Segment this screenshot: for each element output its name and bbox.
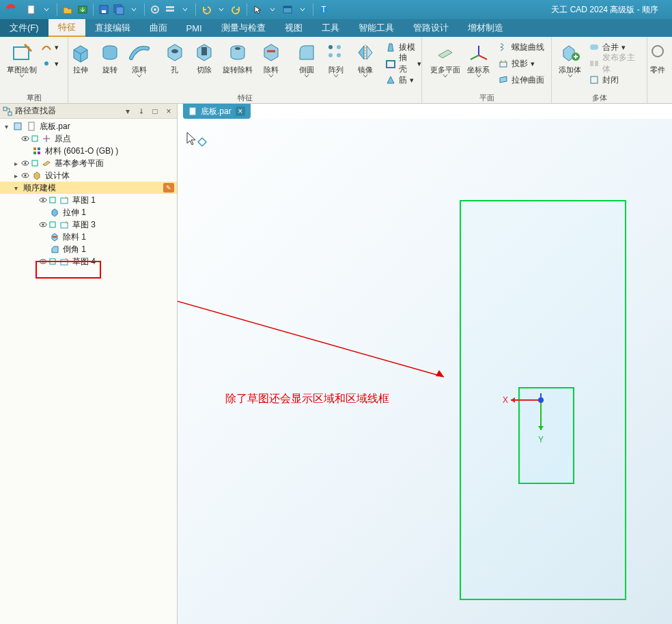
dropdown-icon[interactable]: [40, 3, 53, 16]
eye-icon[interactable]: [20, 134, 30, 143]
tree-item-sketch4[interactable]: 草图 4: [0, 255, 177, 268]
tree-item-remove1[interactable]: 除料 1: [0, 231, 177, 243]
moreplane-button[interactable]: 更多平面: [427, 38, 464, 78]
eye-icon[interactable]: [38, 195, 48, 205]
collapse-icon[interactable]: ▾: [11, 183, 20, 193]
svg-point-54: [25, 175, 27, 177]
expand-icon[interactable]: ▸: [11, 158, 20, 168]
tree-item-sketch3[interactable]: 草图 3: [0, 218, 177, 231]
tree-material[interactable]: 材料 (6061-O (GB) ): [0, 145, 177, 157]
edit-icon[interactable]: [30, 158, 40, 168]
mirror-button[interactable]: 镜像: [350, 38, 380, 78]
eye-icon[interactable]: [38, 220, 48, 229]
touch-button[interactable]: T: [317, 3, 331, 16]
fillet-button[interactable]: 倒圆: [292, 38, 321, 78]
tree-root[interactable]: ▾ 底板.par: [0, 120, 177, 132]
menu-tab-piping[interactable]: 管路设计: [404, 19, 458, 37]
select-button[interactable]: [251, 3, 264, 16]
save-all-button[interactable]: [112, 3, 126, 16]
open-button[interactable]: [61, 3, 74, 16]
point-tool-button[interactable]: ▾: [38, 56, 61, 71]
dropdown-icon[interactable]: [127, 3, 141, 16]
eye-icon[interactable]: [20, 171, 30, 180]
svg-line-28: [471, 55, 479, 59]
svg-rect-8: [166, 6, 174, 8]
window-button[interactable]: [281, 3, 294, 16]
svg-point-20: [328, 45, 333, 49]
hole-button[interactable]: 孔: [160, 38, 189, 74]
tree-origin[interactable]: 原点: [0, 132, 177, 145]
new-file-button[interactable]: [25, 3, 38, 16]
sweep-button[interactable]: 添料: [124, 38, 154, 78]
svg-point-7: [154, 8, 156, 11]
cut-button[interactable]: 切除: [189, 38, 219, 74]
edit-icon[interactable]: [48, 257, 57, 266]
extcurve-button[interactable]: 拉伸曲面: [495, 72, 547, 87]
dropdown-icon[interactable]: [266, 3, 279, 16]
publish-button[interactable]: 发布多主体: [586, 56, 643, 71]
array-button[interactable]: 阵列: [321, 38, 350, 78]
svg-rect-40: [29, 122, 34, 130]
eye-icon[interactable]: [20, 158, 30, 168]
document-tab[interactable]: 底板.par ×: [183, 104, 251, 119]
expand-icon[interactable]: ▸: [11, 171, 20, 180]
menu-tab-measure[interactable]: 测量与检查: [212, 19, 275, 37]
menu-tab-surface[interactable]: 曲面: [140, 19, 177, 37]
rib-button[interactable]: 筋 ▾: [382, 72, 424, 87]
coord-button[interactable]: 坐标系: [464, 38, 494, 78]
close-button[interactable]: 封闭: [586, 72, 643, 87]
menu-tab-pmi[interactable]: PMI: [177, 19, 212, 37]
tree-refplane[interactable]: ▸ 基本参考平面: [0, 157, 177, 169]
shell-button[interactable]: 抽壳 ▾: [382, 56, 424, 71]
svg-text:Y: Y: [538, 435, 544, 444]
feature-tree[interactable]: ▾ 底板.par 原点 材料 (6061-O (GB) ) ▸ 基本参考平: [0, 119, 177, 624]
menu-tab-additive[interactable]: 增材制造: [458, 19, 513, 37]
svg-rect-48: [33, 152, 36, 154]
dropdown-icon[interactable]: [178, 3, 192, 16]
panel-max-button[interactable]: □: [150, 106, 160, 117]
menu-tab-feature[interactable]: 特征: [48, 19, 85, 37]
remove-icon: [260, 41, 283, 64]
svg-rect-61: [50, 222, 55, 227]
revolve-button[interactable]: 旋转: [95, 38, 124, 74]
addbody-button[interactable]: 添加体: [556, 38, 585, 78]
curve-tool-button[interactable]: ▾: [38, 40, 61, 55]
redo-button[interactable]: [229, 3, 243, 16]
sketch-button[interactable]: 草图绘制: [7, 38, 37, 78]
tree-designbody[interactable]: ▸ 设计体: [0, 169, 177, 182]
eye-icon[interactable]: [38, 257, 48, 266]
panel-menu-button[interactable]: ▾: [122, 106, 133, 117]
menu-tab-view[interactable]: 视图: [275, 19, 312, 37]
tree-item-chamfer1[interactable]: 倒角 1: [0, 243, 177, 255]
edit-icon[interactable]: [48, 220, 57, 229]
model-canvas[interactable]: X Y 除了草图还会显示区域和区域线框: [178, 119, 672, 624]
tab-close-button[interactable]: ×: [236, 107, 245, 116]
edit-icon[interactable]: [30, 134, 40, 143]
export-button[interactable]: [76, 3, 89, 16]
svg-rect-74: [540, 393, 542, 400]
settings-button[interactable]: [148, 3, 162, 16]
panel-close-button[interactable]: ×: [163, 106, 174, 117]
project-button[interactable]: 投影 ▾: [495, 56, 547, 71]
undo-button[interactable]: [199, 3, 213, 16]
panel-pin-button[interactable]: [136, 106, 147, 117]
remove-button[interactable]: 除料: [256, 38, 285, 78]
helix-button[interactable]: 螺旋曲线: [495, 40, 547, 55]
tree-item-extrude1[interactable]: 拉伸 1: [0, 206, 177, 218]
menu-file[interactable]: 文件(F): [0, 19, 48, 37]
menu-tab-directedit[interactable]: 直接编辑: [85, 19, 140, 37]
save-button[interactable]: [97, 3, 111, 16]
dropdown-icon[interactable]: [296, 3, 309, 16]
menu-tab-smart[interactable]: 智能工具: [349, 19, 404, 37]
collapse-icon[interactable]: ▾: [1, 122, 11, 131]
svg-point-17: [171, 49, 178, 53]
tree-seqmodel[interactable]: ▾ 顺序建模 ✎: [0, 182, 177, 194]
menu-tab-tools[interactable]: 工具: [312, 19, 349, 37]
extrude-button[interactable]: 拉伸: [66, 38, 96, 74]
part-button[interactable]: 零件: [648, 38, 667, 74]
properties-button[interactable]: [163, 3, 177, 16]
edit-icon[interactable]: [48, 195, 57, 205]
tree-item-sketch1[interactable]: 草图 1: [0, 194, 177, 206]
rotcut-button[interactable]: 旋转除料: [219, 38, 256, 74]
dropdown-icon[interactable]: [214, 3, 228, 16]
